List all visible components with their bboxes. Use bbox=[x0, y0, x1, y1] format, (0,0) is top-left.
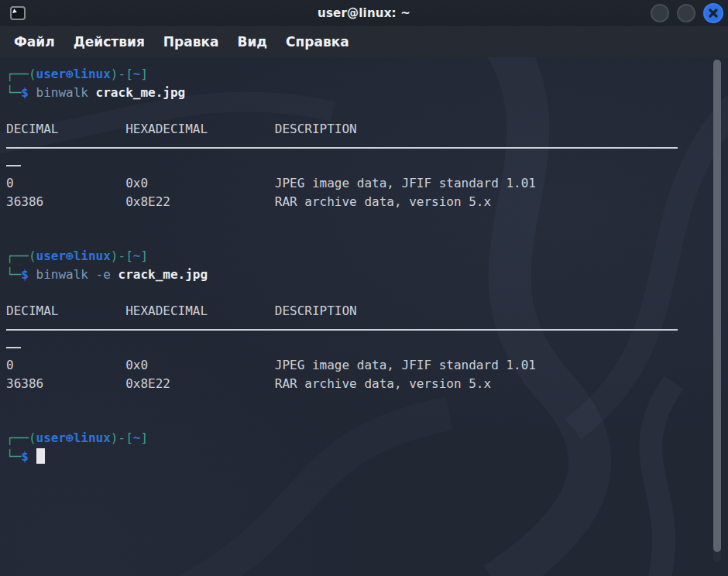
terminal-line bbox=[6, 229, 709, 248]
separator-rule bbox=[6, 147, 678, 149]
terminal-text-segment: └─ bbox=[6, 267, 21, 282]
terminal-line: 0 0x0 JPEG image data, JFIF standard 1.0… bbox=[6, 174, 709, 193]
terminal-line bbox=[6, 320, 709, 338]
terminal-text-segment: )-[ bbox=[111, 249, 133, 263]
terminal-text-segment: $ bbox=[21, 85, 36, 100]
terminal-text-segment: 36386 0x8E22 RAR archive data, version 5… bbox=[6, 376, 491, 391]
title-bar: user@linux: ~ bbox=[0, 0, 728, 26]
close-button[interactable] bbox=[703, 3, 723, 23]
terminal-line bbox=[6, 138, 709, 156]
terminal-viewport[interactable]: ┌──(user⊕linux)-[~]└─$ binwalk crack_me.… bbox=[0, 57, 728, 576]
separator-rule bbox=[6, 329, 678, 331]
terminal-text-segment: DECIMAL HEXADECIMAL DESCRIPTION bbox=[6, 122, 357, 136]
terminal-line: 0 0x0 JPEG image data, JFIF standard 1.0… bbox=[6, 356, 709, 375]
terminal-line: ┌──(user⊕linux)-[~] bbox=[6, 429, 709, 447]
terminal-line bbox=[6, 211, 709, 229]
terminal-text-segment: ] bbox=[140, 249, 148, 263]
terminal-line: ┌──(user⊕linux)-[~] bbox=[6, 65, 709, 84]
maximize-button[interactable] bbox=[677, 4, 695, 22]
separator-rule bbox=[6, 347, 21, 348]
terminal-text-segment: 0 0x0 JPEG image data, JFIF standard 1.0… bbox=[6, 176, 536, 190]
terminal-line: └─$ binwalk -e crack_me.jpg bbox=[6, 266, 709, 284]
terminal-text-segment: )-[ bbox=[111, 67, 133, 81]
terminal-text-segment: $ bbox=[21, 449, 36, 464]
terminal-line: 36386 0x8E22 RAR archive data, version 5… bbox=[6, 375, 709, 393]
scrollbar[interactable] bbox=[713, 60, 721, 562]
terminal-text-segment: binwalk -e bbox=[36, 267, 118, 282]
terminal-window: user@linux: ~ ФайлДействияПравкаВидСправ… bbox=[0, 0, 728, 576]
terminal-text-segment: crack_me.jpg bbox=[118, 267, 208, 282]
terminal-line: 36386 0x8E22 RAR archive data, version 5… bbox=[6, 193, 709, 211]
terminal-line: └─$ bbox=[6, 447, 709, 466]
terminal-text-segment: ┌──( bbox=[6, 430, 36, 445]
terminal-line: ┌──(user⊕linux)-[~] bbox=[6, 247, 709, 266]
scrollbar-thumb[interactable] bbox=[713, 60, 721, 552]
terminal-text-segment: ┌──( bbox=[6, 67, 36, 81]
terminal-line bbox=[6, 283, 709, 302]
terminal-text-segment: ] bbox=[140, 430, 148, 445]
terminal-text-segment: )-[ bbox=[111, 430, 133, 445]
menu-item-actions[interactable]: Действия bbox=[64, 31, 154, 53]
terminal-text-segment: ] bbox=[140, 67, 148, 81]
terminal-line bbox=[6, 411, 709, 430]
terminal-text-segment: $ bbox=[21, 267, 36, 282]
terminal-text-segment: ~ bbox=[133, 249, 141, 263]
terminal-text-segment: user⊕linux bbox=[36, 249, 111, 263]
terminal-text-segment: ~ bbox=[133, 430, 141, 445]
terminal-text-segment: user⊕linux bbox=[36, 67, 111, 81]
terminal-text-segment: user⊕linux bbox=[36, 430, 111, 445]
terminal-line bbox=[6, 393, 709, 411]
terminal-output: ┌──(user⊕linux)-[~]└─$ binwalk crack_me.… bbox=[6, 65, 709, 465]
menu-item-edit[interactable]: Правка bbox=[154, 31, 228, 53]
minimize-button[interactable] bbox=[651, 4, 669, 22]
terminal-text-segment: └─ bbox=[6, 449, 21, 464]
terminal-text-segment: ~ bbox=[133, 67, 141, 81]
terminal-text-segment: 36386 0x8E22 RAR archive data, version 5… bbox=[6, 194, 491, 209]
terminal-text-segment: binwalk bbox=[36, 85, 96, 100]
terminal-line bbox=[6, 338, 709, 357]
terminal-text-segment: ┌──( bbox=[6, 249, 36, 263]
terminal-text-segment: crack_me.jpg bbox=[96, 85, 186, 100]
terminal-text-segment: └─ bbox=[6, 85, 21, 100]
terminal-line: DECIMAL HEXADECIMAL DESCRIPTION bbox=[6, 120, 709, 139]
separator-rule bbox=[6, 165, 21, 166]
terminal-cursor bbox=[36, 448, 45, 464]
menu-item-file[interactable]: Файл bbox=[5, 31, 64, 53]
terminal-text-segment: 0 0x0 JPEG image data, JFIF standard 1.0… bbox=[6, 358, 536, 372]
window-controls bbox=[651, 3, 723, 23]
terminal-line bbox=[6, 156, 709, 175]
menu-bar: ФайлДействияПравкаВидСправка bbox=[0, 26, 728, 57]
terminal-line: └─$ binwalk crack_me.jpg bbox=[6, 84, 709, 102]
terminal-text-segment: DECIMAL HEXADECIMAL DESCRIPTION bbox=[6, 303, 357, 318]
window-title: user@linux: ~ bbox=[0, 6, 728, 20]
menu-item-view[interactable]: Вид bbox=[228, 31, 276, 53]
terminal-line bbox=[6, 101, 709, 120]
terminal-line: DECIMAL HEXADECIMAL DESCRIPTION bbox=[6, 302, 709, 321]
menu-item-help[interactable]: Справка bbox=[276, 31, 359, 53]
close-icon bbox=[708, 8, 719, 19]
